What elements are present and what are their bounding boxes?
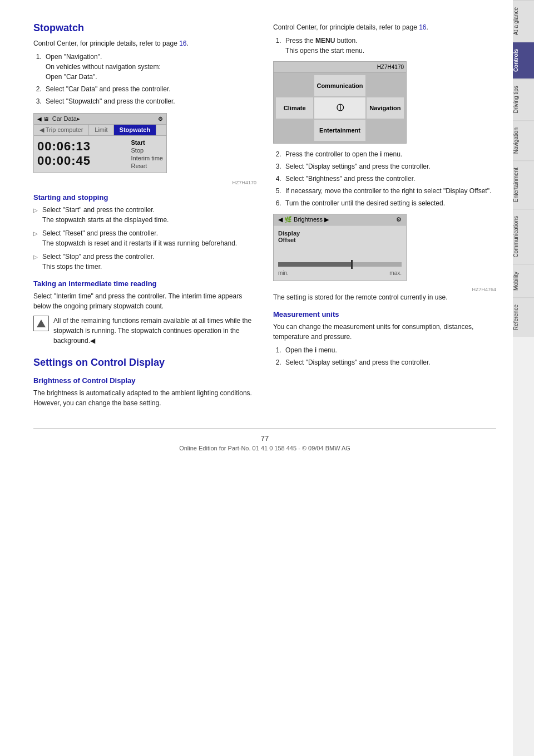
right-step-6: Turn the controller until the desired se… bbox=[283, 198, 496, 208]
comm-grid: Communication Climate ⓘ Navigation Enter… bbox=[274, 73, 406, 143]
starting-stopping-title: Starting and stopping bbox=[33, 193, 256, 202]
time-display-2: 00:00:45 bbox=[37, 154, 126, 168]
left-column: Stopwatch Control Center, for principle … bbox=[33, 22, 256, 411]
stopwatch-steps: Open "Navigation".On vehicles without na… bbox=[43, 52, 256, 106]
stopwatch-step-1: Open "Navigation".On vehicles without na… bbox=[43, 52, 256, 82]
bullet-reset: Select "Reset" and press the controller.… bbox=[33, 228, 256, 248]
right-steps-top: Press the MENU button.This opens the sta… bbox=[283, 36, 496, 56]
bullet-list-starting: Select "Start" and press the controller.… bbox=[33, 205, 256, 272]
time-display-1: 00:06:13 bbox=[37, 139, 126, 154]
sidebar-tab-communications[interactable]: Communications bbox=[513, 209, 534, 264]
stopwatch-title: Stopwatch bbox=[33, 22, 256, 34]
bullet-start: Select "Start" and press the controller.… bbox=[33, 205, 256, 225]
brightness-header-right: ⚙ bbox=[396, 216, 402, 223]
screenshot-header-icon: ◀ 🖥 bbox=[37, 116, 49, 122]
slider-filled bbox=[278, 262, 351, 267]
note-text: All of the remaining functions remain av… bbox=[53, 316, 256, 346]
main-content: Stopwatch Control Center, for principle … bbox=[0, 0, 513, 756]
brightness-title: Brightness of Control Display bbox=[33, 376, 256, 385]
screenshot-menu: Start Stop Interim time Reset bbox=[126, 139, 163, 169]
interim-time-body: Select "Interim time" and press the cont… bbox=[33, 291, 256, 311]
page-container: Stopwatch Control Center, for principle … bbox=[0, 0, 534, 756]
comm-cell-entertainment: Entertainment bbox=[314, 120, 365, 141]
menu-item-reset: Reset bbox=[131, 163, 163, 169]
sidebar-tab-reference[interactable]: Reference bbox=[513, 297, 534, 337]
brightness-display-label: Display Offset bbox=[278, 230, 300, 243]
slider-empty bbox=[353, 262, 402, 267]
screenshot-header: ◀ 🖥 Car Data▸ ⚙ bbox=[34, 114, 166, 125]
slider-max-label: max. bbox=[389, 270, 402, 276]
setting-stored-text: The setting is stored for the remote con… bbox=[273, 292, 496, 302]
screenshot-time: 00:06:13 00:00:45 bbox=[37, 139, 126, 169]
i-bold-measure: i bbox=[315, 346, 317, 354]
i-bold-2: i bbox=[380, 150, 382, 158]
brightness-body-area: Display Offset min. bbox=[274, 225, 406, 281]
screenshot-header-title: Car Data▸ bbox=[52, 115, 80, 122]
brightness-header: ◀ 🌿 Brightness ▶ ⚙ bbox=[274, 214, 406, 225]
two-column-layout: Stopwatch Control Center, for principle … bbox=[33, 22, 496, 411]
right-page-ref[interactable]: 16 bbox=[419, 23, 426, 31]
menu-bold: MENU bbox=[315, 37, 335, 45]
brightness-slider[interactable] bbox=[278, 260, 402, 269]
note-triangle-icon bbox=[37, 320, 46, 327]
stopwatch-page-ref[interactable]: 16 bbox=[179, 40, 186, 47]
measure-step-2: Select "Display settings" and press the … bbox=[283, 357, 496, 367]
tab-stopwatch: Stopwatch bbox=[114, 125, 157, 135]
menu-item-start: Start bbox=[131, 139, 163, 146]
interim-time-title: Taking an intermediate time reading bbox=[33, 279, 256, 288]
screenshot-side-label-1: HZ7H4170 bbox=[33, 180, 256, 185]
comm-screenshot: HZ7H4170 Communication Climate ⓘ Navigat… bbox=[273, 61, 407, 144]
screenshot-header-nav: ⚙ bbox=[158, 116, 163, 122]
tab-limit: Limit bbox=[89, 125, 113, 135]
comm-cell-center: ⓘ bbox=[314, 97, 365, 119]
measure-step-1: Open the i menu. bbox=[283, 345, 496, 355]
sidebar-tab-at-a-glance[interactable]: At a glance bbox=[513, 0, 534, 42]
stopwatch-step-2: Select "Car Data" and press the controll… bbox=[43, 84, 256, 94]
right-column: Control Center, for principle details, r… bbox=[273, 22, 496, 411]
brightness-labels: Display Offset bbox=[278, 230, 402, 243]
screenshot-tabs: ◀ Trip computer Limit Stopwatch bbox=[34, 125, 166, 136]
stopwatch-intro-text: Control Center, for principle details, r… bbox=[33, 40, 179, 47]
brightness-body: The brightness is automatically adapted … bbox=[33, 388, 256, 408]
label-display: Display bbox=[278, 230, 300, 237]
note-box: All of the remaining functions remain av… bbox=[33, 316, 256, 346]
footer-text: Online Edition for Part-No. 01 41 0 158 … bbox=[33, 445, 496, 451]
right-step-1: Press the MENU button.This opens the sta… bbox=[283, 36, 496, 56]
menu-item-stop: Stop bbox=[131, 147, 163, 154]
right-steps-middle: Press the controller to open the i menu.… bbox=[283, 149, 496, 208]
menu-item-interim: Interim time bbox=[131, 155, 163, 161]
screenshot-side-label-2: HZ7H4764 bbox=[273, 287, 496, 292]
page-footer: 77 Online Edition for Part-No. 01 41 0 1… bbox=[33, 428, 496, 451]
sidebar-tab-mobility[interactable]: Mobility bbox=[513, 264, 534, 297]
slider-labels: min. max. bbox=[278, 270, 402, 276]
sidebar-tab-controls[interactable]: Controls bbox=[513, 42, 534, 78]
note-icon bbox=[33, 316, 49, 331]
settings-title: Settings on Control Display bbox=[33, 357, 256, 369]
screenshot-body: 00:06:13 00:00:45 Start Stop Interim tim… bbox=[34, 136, 166, 173]
comm-cell-navigation: Navigation bbox=[367, 97, 404, 119]
tab-trip-computer: ◀ Trip computer bbox=[34, 125, 89, 135]
measurement-units-title: Measurement units bbox=[273, 310, 496, 318]
car-data-screenshot: ◀ 🖥 Car Data▸ ⚙ ◀ Trip computer Limit St… bbox=[33, 113, 167, 173]
stopwatch-step-3: Select "Stopwatch" and press the control… bbox=[43, 96, 256, 106]
right-step-5: If necessary, move the controller to the… bbox=[283, 186, 496, 196]
sidebar-tab-driving-tips[interactable]: Driving tips bbox=[513, 78, 534, 120]
comm-cell-climate: Climate bbox=[276, 97, 313, 119]
comm-screenshot-label: HZ7H4170 bbox=[274, 62, 406, 73]
stopwatch-intro: Control Center, for principle details, r… bbox=[33, 38, 256, 48]
slider-track bbox=[278, 260, 402, 269]
right-intro: Control Center, for principle details, r… bbox=[273, 22, 496, 32]
right-step-2: Press the controller to open the i menu. bbox=[283, 149, 496, 159]
label-offset: Offset bbox=[278, 237, 300, 243]
bullet-stop: Select "Stop" and press the controller.T… bbox=[33, 252, 256, 272]
slider-min-label: min. bbox=[278, 270, 289, 276]
page-number: 77 bbox=[33, 434, 496, 443]
brightness-header-left: ◀ 🌿 Brightness ▶ bbox=[278, 216, 329, 223]
right-step-4: Select "Brightness" and press the contro… bbox=[283, 174, 496, 184]
brightness-screenshot: ◀ 🌿 Brightness ▶ ⚙ Display Offset bbox=[273, 214, 407, 281]
sidebar-tab-entertainment[interactable]: Entertainment bbox=[513, 160, 534, 209]
comm-cell-communication: Communication bbox=[314, 75, 365, 96]
right-sidebar: At a glance Controls Driving tips Naviga… bbox=[513, 0, 534, 756]
sidebar-tab-navigation[interactable]: Navigation bbox=[513, 120, 534, 160]
measurement-units-body: You can change the measurement units for… bbox=[273, 322, 496, 342]
